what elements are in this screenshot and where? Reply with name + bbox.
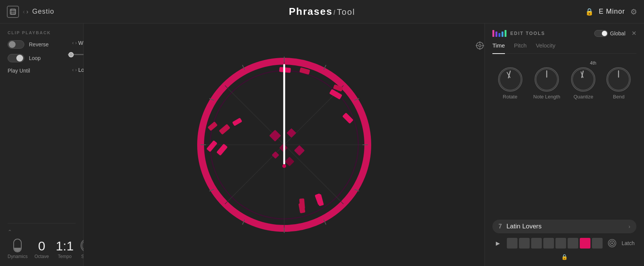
dynamics-label: Dynamics xyxy=(8,254,28,259)
svg-rect-0 xyxy=(10,9,16,14)
preset-arrow[interactable]: › xyxy=(628,223,630,230)
dynamics-icon-container xyxy=(13,239,22,252)
loop-label: Loop xyxy=(29,55,41,61)
octave-item: 0 Octave xyxy=(35,239,49,259)
color-bars xyxy=(492,30,506,37)
whole-prev[interactable]: ‹ xyxy=(72,40,74,46)
tempo-label: Tempo xyxy=(58,254,71,259)
octave-label: Octave xyxy=(35,254,49,259)
dynamics-icon[interactable] xyxy=(13,239,22,252)
preset-row: 7 Latin Lovers › ▶ xyxy=(492,220,636,260)
svg-rect-48 xyxy=(294,145,304,156)
note-length-label: Note Length xyxy=(533,94,560,100)
svg-rect-49 xyxy=(285,157,294,166)
latch-button[interactable]: Latch xyxy=(622,240,635,246)
seq-block-7[interactable] xyxy=(580,238,590,249)
sequencer-row: ▶ Latch xyxy=(492,238,636,249)
seq-block-4[interactable] xyxy=(543,238,554,249)
quantize-dial[interactable] xyxy=(571,67,595,92)
global-label: Global xyxy=(610,30,625,36)
lock-icon[interactable]: 🔒 xyxy=(585,8,593,16)
color-picker-icon[interactable] xyxy=(608,239,616,247)
edit-tools-header: EDIT TOOLS Global ✕ xyxy=(492,30,636,37)
quantize-4th-label: 4th xyxy=(590,60,597,66)
play-button[interactable]: ▶ xyxy=(492,238,503,249)
nav-forward[interactable]: › xyxy=(26,8,28,15)
dynamics-item: Dynamics xyxy=(8,239,28,259)
key-display[interactable]: E Minor xyxy=(599,8,625,16)
main-layout: CLIP PLAYBACK Reverse ‹ › Whole Loop xyxy=(0,24,644,266)
global-toggle-pill[interactable] xyxy=(594,30,608,37)
tab-time[interactable]: Time xyxy=(492,42,505,54)
center-panel xyxy=(84,24,484,266)
cube-icon[interactable] xyxy=(7,6,19,18)
global-toggle[interactable]: Global xyxy=(594,30,625,37)
edit-tools-label: EDIT TOOLS xyxy=(510,31,545,36)
quantize-knob-item: 4th Quantize xyxy=(571,67,595,100)
reverse-label: Reverse xyxy=(29,41,49,48)
left-panel: CLIP PLAYBACK Reverse ‹ › Whole Loop xyxy=(0,24,84,266)
svg-point-55 xyxy=(536,69,557,90)
nav-back[interactable]: ‹ xyxy=(23,8,25,15)
loop-end-prev[interactable]: ‹ xyxy=(72,67,74,73)
topbar-left: ‹ › Gestio xyxy=(7,6,54,18)
color-bar-5 xyxy=(505,30,506,37)
preset-selector[interactable]: 7 Latin Lovers › xyxy=(492,220,636,233)
right-panel: EDIT TOOLS Global ✕ Time Pitch Velocity xyxy=(484,24,644,266)
circle-svg xyxy=(189,50,379,240)
whole-next-arrow[interactable]: › xyxy=(75,40,77,46)
reverse-row: Reverse xyxy=(8,40,76,49)
tab-velocity[interactable]: Velocity xyxy=(536,42,555,50)
bend-dial[interactable] xyxy=(606,67,631,92)
play-until-label: Play Until xyxy=(8,68,30,74)
svg-rect-38 xyxy=(232,118,242,126)
reverse-knob xyxy=(9,41,16,48)
loop-end-next[interactable]: › xyxy=(75,67,77,73)
svg-rect-46 xyxy=(286,128,296,138)
svg-point-8 xyxy=(479,44,481,47)
color-bar-3 xyxy=(498,33,500,37)
seq-block-5[interactable] xyxy=(555,238,566,249)
note-length-dial[interactable] xyxy=(535,67,559,92)
tabs-row: Time Pitch Velocity xyxy=(492,42,636,54)
play-until-row: Play Until xyxy=(8,68,76,74)
seq-block-1[interactable] xyxy=(507,238,517,249)
topbar-right: 🔒 E Minor ⚙ xyxy=(585,7,637,16)
metrics-row: Dynamics 0 Octave 1:1 Tempo 4th xyxy=(8,239,76,259)
color-bar-4 xyxy=(502,32,503,37)
bend-label: Bend xyxy=(613,94,624,100)
loop-knob xyxy=(16,55,23,62)
loop-toggle[interactable] xyxy=(8,54,24,62)
quantize-label: Quantize xyxy=(573,94,593,100)
expand-icon[interactable]: ⌃ xyxy=(8,229,76,235)
seq-block-2[interactable] xyxy=(519,238,530,249)
close-button[interactable]: ✕ xyxy=(631,30,636,37)
svg-rect-36 xyxy=(216,144,228,156)
svg-rect-50 xyxy=(272,151,279,159)
seq-block-8[interactable] xyxy=(592,238,603,249)
svg-rect-37 xyxy=(218,124,230,135)
preset-number: 7 xyxy=(498,223,502,230)
settings-icon[interactable]: ⚙ xyxy=(630,7,637,16)
bend-knob-item: Bend xyxy=(606,67,631,100)
tab-pitch[interactable]: Pitch xyxy=(514,42,527,50)
rotate-label: Rotate xyxy=(503,94,517,100)
seq-block-6[interactable] xyxy=(568,238,578,249)
seq-blocks xyxy=(507,238,603,249)
app-name: Gestio xyxy=(32,8,54,16)
svg-point-59 xyxy=(608,69,629,90)
loop-slider-thumb[interactable] xyxy=(68,52,74,57)
tempo-value[interactable]: 1:1 xyxy=(56,239,74,252)
lock-bottom-icon[interactable]: 🔒 xyxy=(561,254,568,260)
tempo-item: 1:1 Tempo xyxy=(56,239,74,259)
rotate-dial[interactable] xyxy=(498,67,522,92)
clip-playback-label: CLIP PLAYBACK xyxy=(8,30,76,35)
octave-value[interactable]: 0 xyxy=(38,239,45,252)
topbar-center: Phrases/Tool xyxy=(289,6,355,17)
reverse-toggle[interactable] xyxy=(8,40,24,49)
knobs-row: Rotate Note Length 4th xyxy=(492,67,636,100)
app-title-phrases: Phrases/Tool xyxy=(289,6,355,17)
color-bar-2 xyxy=(495,32,497,37)
global-toggle-knob xyxy=(602,31,607,36)
seq-block-3[interactable] xyxy=(531,238,542,249)
